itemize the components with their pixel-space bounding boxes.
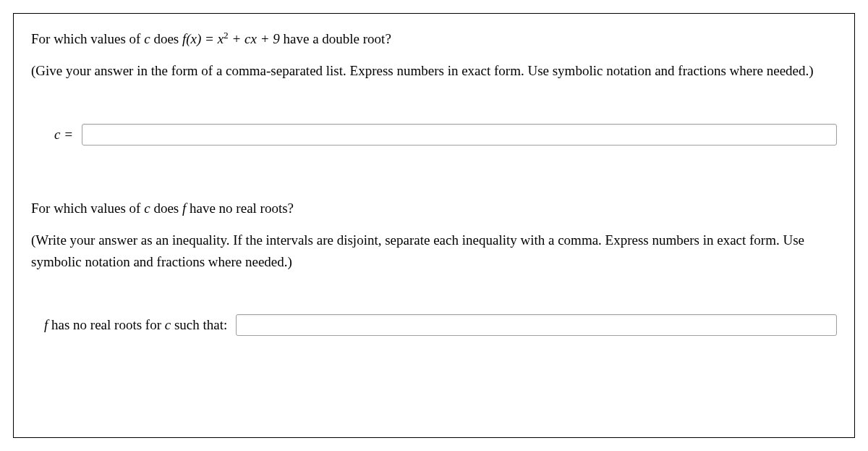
q1-text-mid: does: [150, 31, 182, 46]
c-equals-label: c =: [54, 127, 73, 143]
question-1-prompt: For which values of c does f(x) = x2 + c…: [31, 28, 837, 50]
q1-var-c: c: [144, 31, 150, 46]
q1-text-pre: For which values of: [31, 31, 144, 46]
inequality-input[interactable]: [236, 314, 837, 336]
question-2-instruction: (Write your answer as an inequality. If …: [31, 229, 837, 272]
answer-row-2: f has no real roots for c such that:: [31, 314, 837, 336]
q1-text-post: have a double root?: [280, 31, 391, 46]
q1-func-rhs: + cx + 9: [229, 31, 280, 46]
label-c: c: [165, 317, 171, 332]
q1-func-exp: 2: [224, 30, 229, 41]
label-end: such that:: [171, 317, 227, 332]
no-real-roots-label: f has no real roots for c such that:: [44, 317, 227, 333]
q2-text-pre: For which values of: [31, 201, 144, 216]
q1-func-lhs: f(x) = x: [182, 31, 224, 46]
q2-var-c: c: [144, 201, 150, 216]
q2-text-mid: does: [150, 201, 182, 216]
c-value-input[interactable]: [82, 124, 837, 146]
answer-row-1: c =: [31, 124, 837, 146]
q2-text-post: have no real roots?: [186, 201, 294, 216]
question-2-prompt: For which values of c does f have no rea…: [31, 198, 837, 219]
label-rest: has no real roots for: [48, 317, 164, 332]
question-1-instruction: (Give your answer in the form of a comma…: [31, 60, 837, 81]
problem-container: For which values of c does f(x) = x2 + c…: [13, 13, 855, 438]
